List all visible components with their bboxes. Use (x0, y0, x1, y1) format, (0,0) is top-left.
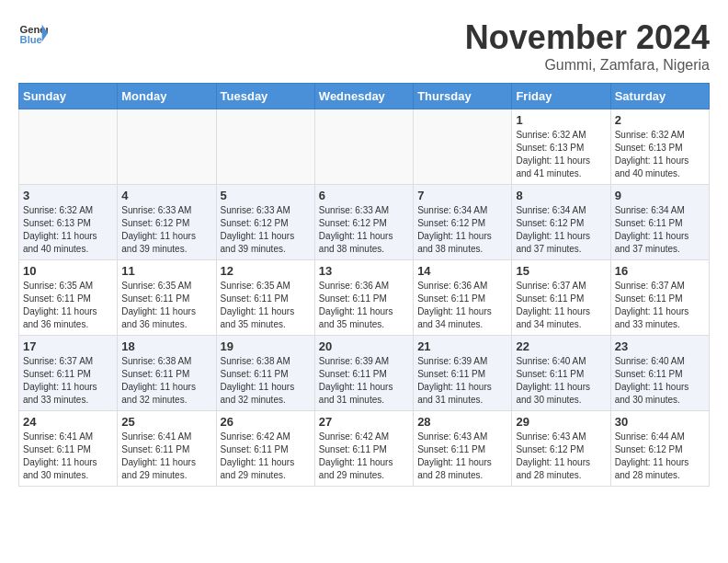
day-info: Sunrise: 6:40 AM Sunset: 6:11 PM Dayligh… (516, 355, 606, 407)
day-number: 21 (417, 339, 507, 353)
day-number: 18 (121, 339, 211, 353)
day-info: Sunrise: 6:36 AM Sunset: 6:11 PM Dayligh… (417, 280, 507, 331)
calendar-cell: 5Sunrise: 6:33 AM Sunset: 6:12 PM Daylig… (216, 185, 314, 260)
calendar-week-row: 1Sunrise: 6:32 AM Sunset: 6:13 PM Daylig… (19, 109, 710, 185)
calendar-cell: 28Sunrise: 6:43 AM Sunset: 6:11 PM Dayli… (414, 411, 512, 487)
day-info: Sunrise: 6:39 AM Sunset: 6:11 PM Dayligh… (417, 355, 507, 407)
day-info: Sunrise: 6:34 AM Sunset: 6:11 PM Dayligh… (615, 204, 705, 256)
weekday-header: Sunday (19, 84, 118, 109)
day-number: 16 (615, 264, 705, 278)
calendar-cell: 10Sunrise: 6:35 AM Sunset: 6:11 PM Dayli… (19, 260, 118, 336)
calendar-table: SundayMondayTuesdayWednesdayThursdayFrid… (18, 83, 710, 487)
day-info: Sunrise: 6:42 AM Sunset: 6:11 PM Dayligh… (319, 431, 409, 482)
day-number: 30 (615, 415, 705, 429)
day-info: Sunrise: 6:37 AM Sunset: 6:11 PM Dayligh… (23, 355, 113, 407)
day-info: Sunrise: 6:34 AM Sunset: 6:12 PM Dayligh… (417, 204, 507, 256)
calendar-cell: 15Sunrise: 6:37 AM Sunset: 6:11 PM Dayli… (512, 260, 610, 336)
calendar-week-row: 17Sunrise: 6:37 AM Sunset: 6:11 PM Dayli… (19, 336, 710, 411)
day-number: 23 (615, 339, 705, 353)
day-number: 13 (319, 264, 409, 278)
day-info: Sunrise: 6:37 AM Sunset: 6:11 PM Dayligh… (615, 280, 705, 331)
day-info: Sunrise: 6:37 AM Sunset: 6:11 PM Dayligh… (516, 280, 606, 331)
weekday-header: Saturday (610, 84, 709, 109)
calendar-week-row: 10Sunrise: 6:35 AM Sunset: 6:11 PM Dayli… (19, 260, 710, 336)
location: Gummi, Zamfara, Nigeria (465, 57, 710, 74)
day-info: Sunrise: 6:33 AM Sunset: 6:12 PM Dayligh… (319, 204, 409, 256)
calendar-cell (314, 109, 413, 185)
day-info: Sunrise: 6:39 AM Sunset: 6:11 PM Dayligh… (319, 355, 409, 407)
calendar-cell: 11Sunrise: 6:35 AM Sunset: 6:11 PM Dayli… (118, 260, 216, 336)
day-number: 12 (221, 264, 311, 278)
weekday-header: Wednesday (314, 84, 413, 109)
day-number: 24 (23, 415, 113, 429)
day-number: 22 (516, 339, 606, 353)
title-block: November 2024 Gummi, Zamfara, Nigeria (465, 18, 710, 74)
day-info: Sunrise: 6:35 AM Sunset: 6:11 PM Dayligh… (121, 280, 211, 331)
day-info: Sunrise: 6:34 AM Sunset: 6:12 PM Dayligh… (516, 204, 606, 256)
calendar-cell: 3Sunrise: 6:32 AM Sunset: 6:13 PM Daylig… (19, 185, 118, 260)
calendar-cell: 8Sunrise: 6:34 AM Sunset: 6:12 PM Daylig… (512, 185, 610, 260)
day-number: 15 (516, 264, 606, 278)
day-number: 11 (121, 264, 211, 278)
calendar-cell: 2Sunrise: 6:32 AM Sunset: 6:13 PM Daylig… (610, 109, 709, 185)
month-title: November 2024 (465, 18, 710, 57)
day-info: Sunrise: 6:38 AM Sunset: 6:11 PM Dayligh… (121, 355, 211, 407)
day-info: Sunrise: 6:32 AM Sunset: 6:13 PM Dayligh… (23, 204, 113, 256)
calendar-week-row: 24Sunrise: 6:41 AM Sunset: 6:11 PM Dayli… (19, 411, 710, 487)
day-info: Sunrise: 6:44 AM Sunset: 6:12 PM Dayligh… (615, 431, 705, 482)
calendar-cell: 4Sunrise: 6:33 AM Sunset: 6:12 PM Daylig… (118, 185, 216, 260)
day-number: 27 (319, 415, 409, 429)
day-number: 19 (221, 339, 311, 353)
calendar-cell (118, 109, 216, 185)
day-info: Sunrise: 6:32 AM Sunset: 6:13 PM Dayligh… (516, 129, 606, 180)
weekday-header: Tuesday (216, 84, 314, 109)
day-number: 8 (516, 189, 606, 202)
calendar-cell: 7Sunrise: 6:34 AM Sunset: 6:12 PM Daylig… (414, 185, 512, 260)
logo: General Blue (18, 18, 51, 48)
day-info: Sunrise: 6:33 AM Sunset: 6:12 PM Dayligh… (221, 204, 311, 256)
calendar-cell: 26Sunrise: 6:42 AM Sunset: 6:11 PM Dayli… (216, 411, 314, 487)
day-info: Sunrise: 6:36 AM Sunset: 6:11 PM Dayligh… (319, 280, 409, 331)
day-info: Sunrise: 6:41 AM Sunset: 6:11 PM Dayligh… (23, 431, 113, 482)
calendar-cell: 20Sunrise: 6:39 AM Sunset: 6:11 PM Dayli… (314, 336, 413, 411)
calendar-cell (414, 109, 512, 185)
day-number: 3 (23, 189, 113, 202)
day-number: 1 (516, 113, 606, 127)
weekday-header: Monday (118, 84, 216, 109)
calendar-cell: 12Sunrise: 6:35 AM Sunset: 6:11 PM Dayli… (216, 260, 314, 336)
calendar-cell: 22Sunrise: 6:40 AM Sunset: 6:11 PM Dayli… (512, 336, 610, 411)
day-info: Sunrise: 6:43 AM Sunset: 6:12 PM Dayligh… (516, 431, 606, 482)
day-number: 29 (516, 415, 606, 429)
day-number: 28 (417, 415, 507, 429)
day-info: Sunrise: 6:35 AM Sunset: 6:11 PM Dayligh… (23, 280, 113, 331)
calendar-cell: 24Sunrise: 6:41 AM Sunset: 6:11 PM Dayli… (19, 411, 118, 487)
weekday-header: Friday (512, 84, 610, 109)
calendar-cell: 1Sunrise: 6:32 AM Sunset: 6:13 PM Daylig… (512, 109, 610, 185)
logo-icon: General Blue (18, 18, 48, 48)
calendar-cell: 19Sunrise: 6:38 AM Sunset: 6:11 PM Dayli… (216, 336, 314, 411)
weekday-header: Thursday (414, 84, 512, 109)
calendar-cell (216, 109, 314, 185)
day-number: 9 (615, 189, 705, 202)
day-info: Sunrise: 6:43 AM Sunset: 6:11 PM Dayligh… (417, 431, 507, 482)
day-number: 5 (221, 189, 311, 202)
day-number: 6 (319, 189, 409, 202)
calendar-cell: 21Sunrise: 6:39 AM Sunset: 6:11 PM Dayli… (414, 336, 512, 411)
calendar-cell: 13Sunrise: 6:36 AM Sunset: 6:11 PM Dayli… (314, 260, 413, 336)
day-info: Sunrise: 6:38 AM Sunset: 6:11 PM Dayligh… (221, 355, 311, 407)
svg-text:Blue: Blue (20, 34, 42, 45)
calendar-cell: 6Sunrise: 6:33 AM Sunset: 6:12 PM Daylig… (314, 185, 413, 260)
calendar-cell: 14Sunrise: 6:36 AM Sunset: 6:11 PM Dayli… (414, 260, 512, 336)
calendar-body: 1Sunrise: 6:32 AM Sunset: 6:13 PM Daylig… (19, 109, 710, 487)
calendar-cell: 18Sunrise: 6:38 AM Sunset: 6:11 PM Dayli… (118, 336, 216, 411)
day-number: 26 (221, 415, 311, 429)
day-number: 14 (417, 264, 507, 278)
day-info: Sunrise: 6:35 AM Sunset: 6:11 PM Dayligh… (221, 280, 311, 331)
calendar-cell: 9Sunrise: 6:34 AM Sunset: 6:11 PM Daylig… (610, 185, 709, 260)
day-info: Sunrise: 6:40 AM Sunset: 6:11 PM Dayligh… (615, 355, 705, 407)
day-info: Sunrise: 6:41 AM Sunset: 6:11 PM Dayligh… (121, 431, 211, 482)
page-header: General Blue November 2024 Gummi, Zamfar… (18, 18, 710, 74)
day-number: 20 (319, 339, 409, 353)
day-number: 17 (23, 339, 113, 353)
day-number: 2 (615, 113, 705, 127)
